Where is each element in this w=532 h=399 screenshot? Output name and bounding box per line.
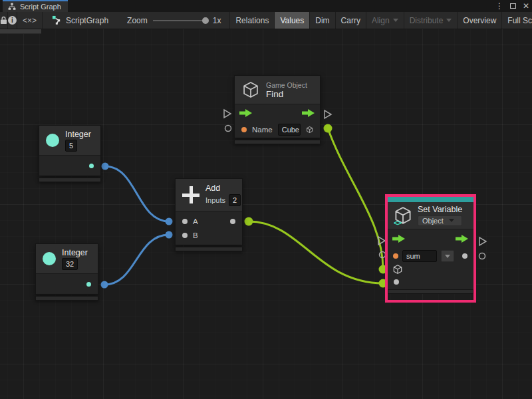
node-gameobject-find[interactable]: Game Object Find Name Cube xyxy=(234,75,321,144)
node-footer xyxy=(234,140,321,144)
window-controls: ⋮ ✕ xyxy=(495,0,529,12)
align-button: Align xyxy=(366,12,404,29)
node-title: Integer xyxy=(65,130,91,139)
info-button[interactable]: i xyxy=(8,12,17,29)
wire-endpoint[interactable] xyxy=(166,218,173,225)
find-name-field[interactable]: Cube xyxy=(278,124,301,136)
close-button[interactable]: ✕ xyxy=(523,1,529,11)
chevron-down-icon xyxy=(446,19,452,22)
integer-output-port[interactable] xyxy=(89,164,94,168)
integer-type-icon xyxy=(43,252,56,265)
find-flow-output-port[interactable] xyxy=(325,110,331,118)
setvariable-output-dot[interactable] xyxy=(462,253,467,259)
integer-value-field[interactable]: 5 xyxy=(65,140,77,152)
maximize-button[interactable] xyxy=(510,3,516,9)
zoom-slider-handle[interactable] xyxy=(202,17,209,24)
chevron-down-icon xyxy=(445,255,450,258)
chevron-down-icon xyxy=(449,219,454,222)
code-icon: <×> xyxy=(23,16,37,25)
setvariable-value-port[interactable] xyxy=(394,279,399,285)
flow-in-arrow-icon[interactable] xyxy=(392,235,406,243)
wire-endpoint[interactable] xyxy=(102,163,109,170)
node-footer xyxy=(388,289,473,294)
variable-kind-dropdown[interactable]: Object xyxy=(418,215,462,226)
setvariable-value-output-port[interactable] xyxy=(479,253,485,259)
node-footer xyxy=(35,296,98,301)
integer-value-field[interactable]: 32 xyxy=(62,258,78,270)
integer-type-icon xyxy=(46,134,59,147)
gameobject-port-icon[interactable] xyxy=(306,124,313,135)
flow-out-arrow-icon[interactable] xyxy=(456,235,469,243)
lock-button[interactable] xyxy=(0,12,8,29)
wire-integer5-to-add-a[interactable] xyxy=(105,166,169,221)
carry-button[interactable]: Carry xyxy=(336,12,366,29)
wire-add-to-setvariable[interactable] xyxy=(249,221,383,283)
wire-endpoint[interactable] xyxy=(166,231,173,239)
tab-script-graph[interactable]: Script Graph xyxy=(3,0,68,12)
node-add[interactable]: Add Inputs 2 A B xyxy=(175,178,243,251)
lock-icon xyxy=(0,16,7,25)
zoom-control: Zoom 1x xyxy=(115,12,227,29)
node-integer-5[interactable]: Integer 5 xyxy=(39,125,101,182)
info-icon: i xyxy=(8,16,17,25)
node-integer-32[interactable]: Integer 32 xyxy=(35,243,98,301)
node-title: Set Variable xyxy=(418,205,462,214)
zoom-label: Zoom xyxy=(127,16,148,25)
graph-breadcrumb[interactable]: ScriptGraph xyxy=(43,12,115,29)
add-input-b-port[interactable] xyxy=(182,233,188,238)
variable-name-dropdown-button[interactable] xyxy=(441,250,454,262)
variable-kind-label: Object xyxy=(422,217,444,225)
align-label: Align xyxy=(372,16,390,25)
fullscreen-button[interactable]: Full Screen xyxy=(502,12,532,29)
zoom-value: 1x xyxy=(213,16,221,25)
overview-button[interactable]: Overview xyxy=(458,12,502,29)
add-input-a-port[interactable] xyxy=(182,219,188,224)
relations-button[interactable]: Relations xyxy=(230,12,275,29)
inputs-count-field[interactable]: 2 xyxy=(229,194,241,206)
name-label: Name xyxy=(252,126,273,134)
setvariable-flow-output-port[interactable] xyxy=(479,237,486,245)
graph-hierarchy-icon xyxy=(8,3,16,11)
chevron-down-icon xyxy=(393,19,398,22)
tab-title: Script Graph xyxy=(20,3,61,11)
node-title: Integer xyxy=(62,248,88,257)
node-set-variable[interactable]: <> Set Variable Object xyxy=(385,194,476,303)
variable-color-strip xyxy=(388,197,473,202)
find-flow-input-port[interactable] xyxy=(224,110,231,118)
node-footer xyxy=(39,178,101,182)
node-title: Find xyxy=(266,89,307,99)
set-variable-icon: <> xyxy=(393,205,413,225)
node-category: Game Object xyxy=(266,81,307,89)
find-name-input-port[interactable] xyxy=(225,126,231,132)
dim-button[interactable]: Dim xyxy=(310,12,335,29)
find-result-output-port[interactable] xyxy=(324,124,332,133)
wire-endpoint[interactable] xyxy=(245,217,253,226)
code-preview-button[interactable]: <×> xyxy=(17,12,43,29)
add-icon xyxy=(182,186,200,203)
flow-in-arrow-icon[interactable] xyxy=(239,109,253,117)
distribute-label: Distribute xyxy=(410,16,444,25)
distribute-button: Distribute xyxy=(404,12,458,29)
tab-bar: Script Graph ⋮ ✕ xyxy=(0,0,532,12)
window-menu-button[interactable]: ⋮ xyxy=(495,1,503,11)
wire-integer32-to-add-b[interactable] xyxy=(104,235,169,285)
gameobject-port-icon[interactable] xyxy=(392,264,403,275)
inputs-label: Inputs xyxy=(205,196,225,204)
flow-out-arrow-icon[interactable] xyxy=(302,109,315,117)
node-title: Add xyxy=(205,184,241,193)
graph-name-label: ScriptGraph xyxy=(66,16,108,25)
graph-canvas[interactable]: Integer 5 Integer 32 xyxy=(0,29,532,399)
wire-find-to-setvariable[interactable] xyxy=(328,128,383,269)
zoom-slider[interactable] xyxy=(153,20,207,21)
variable-name-input[interactable] xyxy=(402,250,437,262)
wire-endpoint[interactable] xyxy=(101,281,108,289)
graph-toolbar: i <×> ScriptGraph Zoom 1x Relations Valu… xyxy=(0,12,532,29)
variable-name-port[interactable] xyxy=(393,253,398,259)
integer-output-port[interactable] xyxy=(86,282,91,287)
node-footer xyxy=(175,247,243,251)
script-graph-window: Script Graph ⋮ ✕ i <×> xyxy=(0,0,532,399)
values-button[interactable]: Values xyxy=(275,12,310,29)
add-output-port[interactable] xyxy=(230,219,235,224)
gameobject-cube-icon xyxy=(241,80,260,99)
find-name-port-dot[interactable] xyxy=(241,127,247,132)
